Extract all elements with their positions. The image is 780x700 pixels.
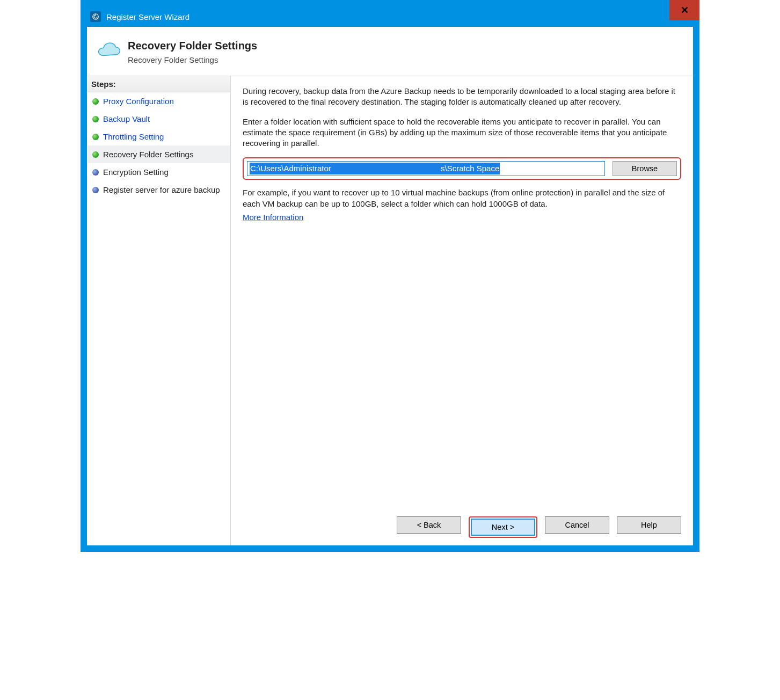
bullet-icon: [92, 134, 99, 140]
path-row-highlight: C:\Users\Administrators\Scratch Space Br…: [243, 157, 681, 180]
intro-paragraph-1: During recovery, backup data from the Az…: [243, 86, 681, 108]
more-information-link[interactable]: More Information: [243, 213, 681, 222]
step-backup-vault[interactable]: Backup Vault: [87, 110, 230, 128]
path-segment-1: C:\Users\Administrator: [250, 163, 440, 174]
step-proxy-configuration[interactable]: Proxy Configuration: [87, 92, 230, 110]
intro-paragraph-2: Enter a folder location with sufficient …: [243, 116, 681, 149]
step-label: Recovery Folder Settings: [103, 150, 193, 159]
page-title: Recovery Folder Settings: [128, 40, 257, 52]
step-label: Throttling Setting: [103, 132, 164, 141]
window-title: Register Server Wizard: [106, 12, 189, 21]
browse-button[interactable]: Browse: [613, 161, 677, 176]
back-button[interactable]: < Back: [397, 516, 461, 534]
cloud-icon: [90, 41, 128, 62]
steps-heading: Steps:: [87, 76, 230, 92]
close-icon: ✕: [681, 4, 689, 16]
wizard-header: Recovery Folder Settings Recovery Folder…: [87, 27, 693, 76]
path-segment-2: s\Scratch Space: [440, 163, 500, 174]
app-icon: [90, 11, 101, 22]
step-label: Proxy Configuration: [103, 97, 174, 106]
step-recovery-folder-settings[interactable]: Recovery Folder Settings: [87, 145, 230, 163]
bullet-icon: [92, 187, 99, 193]
folder-path-input[interactable]: C:\Users\Administrators\Scratch Space: [247, 161, 605, 176]
steps-sidebar: Steps: Proxy Configuration Backup Vault …: [87, 76, 231, 545]
page-subtitle: Recovery Folder Settings: [128, 55, 257, 64]
bullet-icon: [92, 169, 99, 176]
step-encryption-setting[interactable]: Encryption Setting: [87, 163, 230, 181]
step-label: Backup Vault: [103, 114, 150, 123]
step-label: Encryption Setting: [103, 167, 169, 177]
next-button[interactable]: Next >: [471, 519, 535, 536]
step-register-server[interactable]: Register server for azure backup: [87, 181, 230, 199]
header-titles: Recovery Folder Settings Recovery Folder…: [128, 39, 257, 64]
cancel-button[interactable]: Cancel: [545, 516, 609, 534]
step-throttling-setting[interactable]: Throttling Setting: [87, 128, 230, 145]
example-paragraph: For example, if you want to recover up t…: [243, 187, 681, 209]
bullet-icon: [92, 151, 99, 158]
wizard-window: Register Server Wizard ✕ Recovery Folder…: [81, 0, 699, 552]
help-button[interactable]: Help: [617, 516, 681, 534]
next-button-highlight: Next >: [469, 516, 537, 538]
close-button[interactable]: ✕: [669, 0, 699, 20]
bullet-icon: [92, 98, 99, 105]
content-panel: During recovery, backup data from the Az…: [231, 76, 693, 545]
title-bar: Register Server Wizard ✕: [87, 6, 693, 27]
bullet-icon: [92, 116, 99, 122]
step-label: Register server for azure backup: [103, 185, 220, 194]
button-bar: < Back Next > Cancel Help: [243, 509, 681, 538]
